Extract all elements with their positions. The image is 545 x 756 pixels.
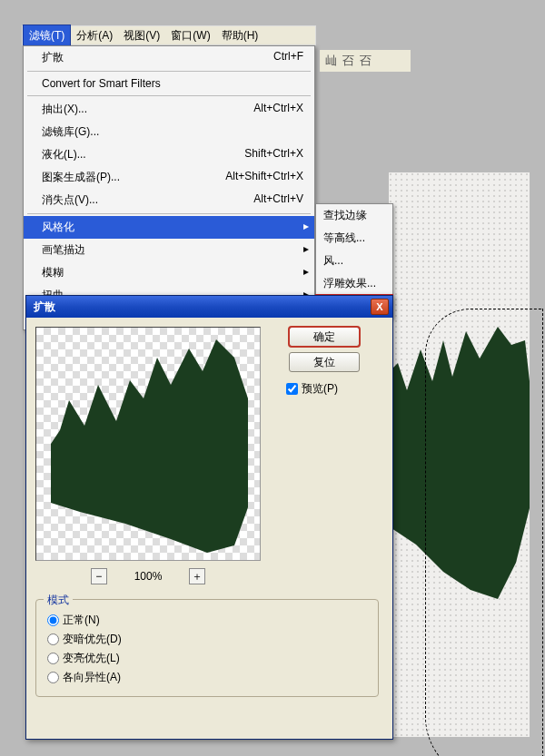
menu-item-label: 抽出(X)... xyxy=(42,102,87,117)
mode-radio[interactable] xyxy=(47,614,59,626)
menu-item-pattern[interactable]: 图案生成器(P)... Alt+Shift+Ctrl+X xyxy=(24,166,314,189)
mode-radio[interactable] xyxy=(47,672,59,683)
mode-lighten[interactable]: 变亮优先(L) xyxy=(47,651,367,666)
menu-item-label: 扩散 xyxy=(42,50,64,65)
close-icon: X xyxy=(376,301,382,312)
preview-checkbox-row[interactable]: 预览(P) xyxy=(286,381,338,397)
menu-separator xyxy=(27,71,311,72)
mode-darken[interactable]: 变暗优先(D) xyxy=(47,632,367,647)
dialog-title: 扩散 xyxy=(34,299,371,315)
submenu-emboss[interactable]: 浮雕效果... xyxy=(316,272,392,295)
mode-radio[interactable] xyxy=(47,653,59,664)
toolbar-icons: 屾 䂖 䂖 xyxy=(320,50,411,72)
menu-item-label: 模糊 xyxy=(42,265,64,280)
zoom-out-button[interactable]: − xyxy=(91,568,107,584)
menu-item-shortcut: Alt+Ctrl+X xyxy=(253,102,303,117)
diffuse-dialog: 扩散 X − 100% ＋ xyxy=(25,295,393,740)
zoom-controls: − 100% ＋ xyxy=(35,568,261,584)
menu-item-repeat[interactable]: 扩散 Ctrl+F xyxy=(24,46,314,69)
menu-analysis[interactable]: 分析(A) xyxy=(71,25,118,46)
menu-item-label: 滤镜库(G)... xyxy=(42,124,99,140)
menu-help[interactable]: 帮助(H) xyxy=(216,25,264,46)
marquee-selection xyxy=(425,309,543,756)
document-canvas[interactable] xyxy=(389,172,530,737)
menu-item-liquify[interactable]: 液化(L)... Shift+Ctrl+X xyxy=(24,143,314,166)
menu-item-shortcut: Alt+Ctrl+V xyxy=(253,192,303,208)
submenu-wind[interactable]: 风... xyxy=(316,250,392,272)
menu-item-shortcut: Alt+Shift+Ctrl+X xyxy=(225,170,303,185)
preview-area[interactable] xyxy=(35,327,261,561)
mode-normal[interactable]: 正常(N) xyxy=(47,613,367,628)
close-button[interactable]: X xyxy=(371,299,389,315)
mode-fieldset: 模式 正常(N) 变暗优先(D) 变亮优先(L) 各向异性(A) xyxy=(35,599,379,697)
filter-dropdown: 扩散 Ctrl+F Convert for Smart Filters 抽出(X… xyxy=(23,45,315,330)
menu-item-shortcut: Ctrl+F xyxy=(273,50,303,65)
menu-item-label: 图案生成器(P)... xyxy=(42,170,120,185)
menu-item-label: 风格化 xyxy=(42,220,74,235)
preview-checkbox[interactable] xyxy=(286,383,298,395)
menu-item-shortcut: Shift+Ctrl+X xyxy=(244,147,303,162)
menu-item-blur[interactable]: 模糊 xyxy=(24,261,314,284)
submenu-find-edges[interactable]: 查找边缘 xyxy=(316,204,392,227)
tool-icon: 䂖 xyxy=(342,53,354,69)
menu-separator xyxy=(27,213,311,214)
menu-filter[interactable]: 滤镜(T) xyxy=(23,25,71,47)
ok-button[interactable]: 确定 xyxy=(289,327,360,347)
menu-window[interactable]: 窗口(W) xyxy=(165,25,215,46)
dialog-body: − 100% ＋ 确定 复位 预览(P) 模式 xyxy=(26,318,392,706)
menu-item-convert[interactable]: Convert for Smart Filters xyxy=(24,74,314,93)
dialog-titlebar[interactable]: 扩散 X xyxy=(26,296,392,318)
menu-item-filter-gallery[interactable]: 滤镜库(G)... xyxy=(24,121,314,143)
radio-label: 变暗优先(D) xyxy=(63,632,122,647)
preview-shape xyxy=(44,335,254,553)
menu-item-extract[interactable]: 抽出(X)... Alt+Ctrl+X xyxy=(24,98,314,121)
tool-icon: 屾 xyxy=(325,53,337,69)
menu-item-brushstrokes[interactable]: 画笔描边 xyxy=(24,239,314,261)
menu-view[interactable]: 视图(V) xyxy=(118,25,165,46)
zoom-in-button[interactable]: ＋ xyxy=(189,568,205,584)
menu-item-stylize[interactable]: 风格化 xyxy=(24,216,314,239)
radio-label: 各向异性(A) xyxy=(63,670,121,685)
plus-icon: ＋ xyxy=(192,569,203,584)
preview-checkbox-label: 预览(P) xyxy=(302,381,338,397)
menu-item-vanishing[interactable]: 消失点(V)... Alt+Ctrl+V xyxy=(24,189,314,211)
minus-icon: − xyxy=(95,570,102,583)
reset-button[interactable]: 复位 xyxy=(289,352,360,372)
mode-legend: 模式 xyxy=(44,593,73,608)
mode-radio[interactable] xyxy=(47,633,59,645)
radio-label: 变亮优先(L) xyxy=(63,651,120,666)
zoom-level: 100% xyxy=(134,570,163,583)
mode-aniso[interactable]: 各向异性(A) xyxy=(47,670,367,685)
menubar: 滤镜(T) 分析(A) 视图(V) 窗口(W) 帮助(H) xyxy=(22,25,316,45)
menu-item-label: 消失点(V)... xyxy=(42,192,98,208)
menu-item-label: 液化(L)... xyxy=(42,147,86,162)
menu-item-label: 画笔描边 xyxy=(42,242,85,258)
tool-icon: 䂖 xyxy=(360,53,372,69)
menu-item-label: Convert for Smart Filters xyxy=(42,77,161,90)
menu-separator xyxy=(27,95,311,96)
radio-label: 正常(N) xyxy=(63,613,100,628)
submenu-contour[interactable]: 等高线... xyxy=(316,227,392,250)
